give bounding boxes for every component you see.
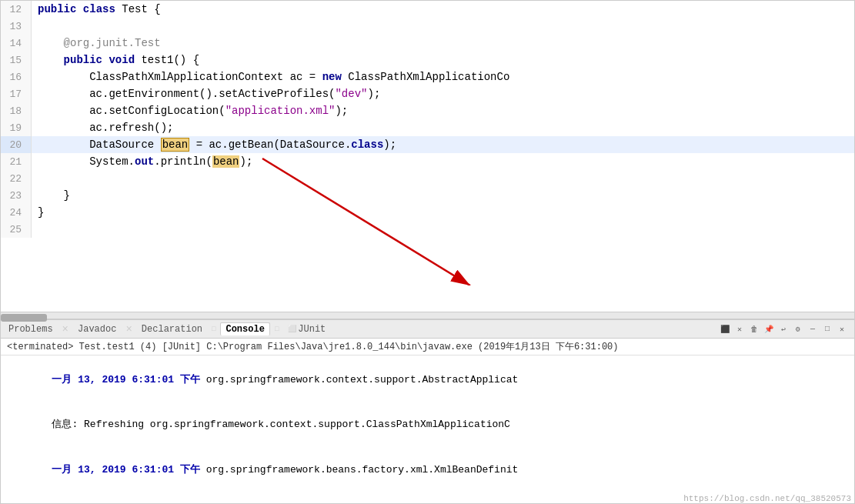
console-line-1: 一月 13, 2019 6:31:01 下午 org.springframewo…	[4, 357, 851, 402]
code-line-18: 18 ac.setConfigLocation("application.xml…	[1, 102, 854, 119]
line-content: System.out.println(bean);	[32, 155, 252, 168]
clear-icon[interactable]: 🗑	[748, 323, 760, 335]
line-number: 12	[1, 1, 32, 18]
code-line-12: 12 public class Test {	[1, 1, 854, 18]
panel-toolbar: ⬛ ✕ 🗑 📌 ↩ ⚙ — □ ✕	[333, 323, 851, 335]
line-content: }	[32, 206, 44, 219]
line-content: ac.setConfigLocation("application.xml");	[32, 105, 348, 117]
console-line-2: 信息: Refreshing org.springframework.conte…	[4, 402, 851, 448]
horizontal-scrollbar[interactable]	[1, 312, 854, 319]
watermark: https://blog.csdn.net/qq_38520573	[683, 494, 851, 503]
line-number: 25	[1, 221, 32, 238]
scroll-lock-icon[interactable]: 📌	[763, 323, 775, 335]
code-line-22: 22	[1, 170, 854, 187]
code-line-16: 16 ClassPathXmlApplicationContext ac = n…	[1, 68, 854, 85]
tab-problems[interactable]: Problems	[4, 323, 58, 335]
code-line-25: 25	[1, 221, 854, 238]
line-number: 17	[1, 85, 32, 102]
line-number: 15	[1, 52, 32, 68]
panel-tabs: Problems × Javadoc × Declaration □ Conso…	[1, 320, 854, 339]
tab-console[interactable]: Console	[220, 322, 269, 335]
code-line-13: 13	[1, 18, 854, 35]
remove-icon[interactable]: ✕	[733, 323, 746, 335]
line-content: }	[32, 189, 70, 202]
code-line-14: 14 @org.junit.Test	[1, 35, 854, 52]
line-content	[32, 20, 44, 32]
tab-javadoc[interactable]: Javadoc	[73, 323, 121, 335]
word-wrap-icon[interactable]: ↩	[777, 323, 790, 335]
line-content: DataSource bean = ac.getBean(DataSource.…	[32, 139, 396, 151]
bottom-panel: Problems × Javadoc × Declaration □ Conso…	[1, 319, 854, 503]
line-content: public class Test {	[32, 3, 161, 15]
code-line-17: 17 ac.getEnvironment().setActiveProfiles…	[1, 85, 854, 102]
line-number: 13	[1, 18, 32, 35]
line-content: public void test1() {	[32, 54, 199, 66]
code-line-20: 20 DataSource bean = ac.getBean(DataSour…	[1, 136, 854, 153]
console-line-3: 一月 13, 2019 6:31:01 下午 org.springframewo…	[4, 447, 851, 492]
maximize-icon[interactable]: □	[821, 323, 833, 335]
code-line-23: 23 }	[1, 187, 854, 204]
line-content: @org.junit.Test	[32, 37, 161, 49]
panel-status: <terminated> Test.test1 (4) [JUnit] C:\P…	[1, 339, 854, 355]
line-content: ac.refresh();	[32, 122, 173, 134]
line-number: 20	[1, 136, 32, 153]
terminate-icon[interactable]: ⬛	[719, 323, 731, 335]
line-number: 19	[1, 119, 32, 136]
close-panel-icon[interactable]: ✕	[836, 323, 848, 335]
line-content	[32, 223, 44, 235]
settings-icon[interactable]: ⚙	[792, 323, 804, 335]
line-number: 22	[1, 170, 32, 187]
line-number: 21	[1, 153, 32, 170]
code-editor: 12 public class Test { 13 14 @org.junit.…	[1, 1, 854, 312]
line-number: 16	[1, 68, 32, 85]
code-line-19: 19 ac.refresh();	[1, 119, 854, 136]
line-content	[32, 172, 44, 185]
scrollbar-thumb[interactable]	[1, 314, 47, 322]
bean-highlight2: bean	[212, 155, 240, 168]
line-number: 23	[1, 187, 32, 204]
code-line-24: 24 }	[1, 204, 854, 221]
code-line-21: 21 System.out.println(bean);	[1, 153, 854, 170]
line-content: ac.getEnvironment().setActiveProfiles("d…	[32, 88, 380, 100]
line-content: ClassPathXmlApplicationContext ac = new …	[32, 71, 509, 83]
bean-highlight: bean	[161, 138, 190, 152]
minimize-icon[interactable]: —	[807, 323, 819, 335]
code-line-15: 15 public void test1() {	[1, 52, 854, 68]
console-output: 一月 13, 2019 6:31:01 下午 org.springframewo…	[1, 355, 854, 503]
line-number: 24	[1, 204, 32, 221]
line-number: 14	[1, 35, 32, 52]
tab-junit[interactable]: ⬜JUnit	[283, 323, 330, 335]
scrollbar-track	[1, 312, 854, 319]
line-number: 18	[1, 102, 32, 119]
tab-declaration[interactable]: Declaration	[137, 323, 207, 335]
main-container: 12 public class Test { 13 14 @org.junit.…	[0, 0, 855, 504]
